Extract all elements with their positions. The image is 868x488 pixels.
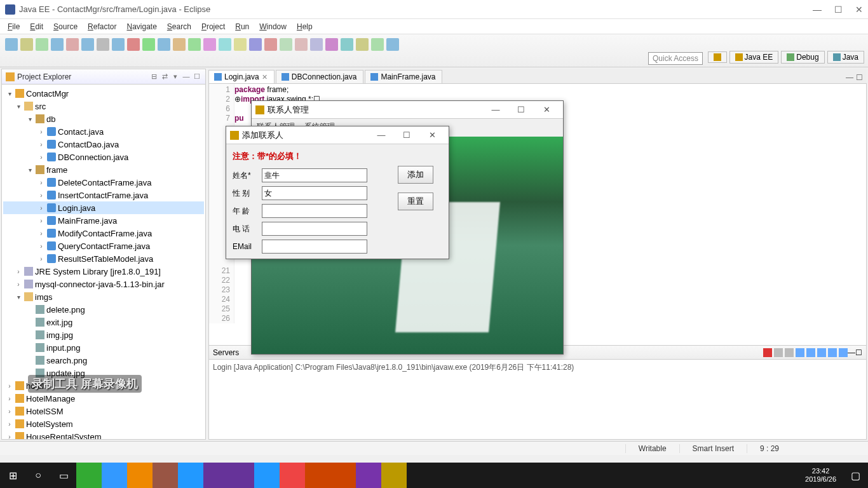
toolbar-button-4[interactable]	[66, 38, 79, 51]
tree-item[interactable]: ›ContactDao.java	[3, 138, 204, 151]
tree-item[interactable]: ›Login.java	[3, 201, 204, 214]
toolbar-button-10[interactable]	[158, 38, 170, 51]
start-button[interactable]: ⊞	[0, 463, 25, 488]
taskbar-app-5[interactable]	[203, 463, 229, 488]
maximize-console-icon[interactable]: ☐	[855, 348, 862, 357]
system-clock[interactable]: 23:42 2019/6/26	[799, 463, 843, 488]
tree-item[interactable]: ›ModifyContactFrame.java	[3, 227, 204, 240]
menu-project[interactable]: Project	[196, 21, 230, 32]
toolbar-button-22[interactable]	[341, 38, 353, 51]
open-console-icon[interactable]	[839, 348, 848, 357]
editor-tab[interactable]: MainFrame.java	[365, 70, 442, 83]
toolbar-button-21[interactable]	[325, 38, 338, 51]
tree-item[interactable]: ›DeleteContactFrame.java	[3, 176, 204, 189]
menu-run[interactable]: Run	[230, 21, 254, 32]
tree-item[interactable]: input.png	[3, 341, 204, 354]
toolbar-button-15[interactable]	[234, 38, 247, 51]
project-tree[interactable]: ▾ContactMgr▾src▾db›Contact.java›ContactD…	[2, 85, 205, 439]
console-tab[interactable]: Servers	[213, 348, 239, 357]
toolbar-button-16[interactable]	[249, 38, 262, 51]
quick-access-input[interactable]: Quick Access	[648, 52, 703, 65]
dlg1-maximize[interactable]: ☐	[508, 105, 534, 114]
tree-item[interactable]: ›HotelSystem	[3, 417, 204, 430]
menu-search[interactable]: Search	[162, 21, 196, 32]
menu-edit[interactable]: Edit	[25, 21, 48, 32]
tree-item[interactable]: ▾db	[3, 112, 204, 125]
toolbar-button-11[interactable]	[173, 38, 186, 51]
toolbar-button-7[interactable]	[112, 38, 125, 51]
toolbar-button-19[interactable]	[295, 38, 308, 51]
tree-item[interactable]: ›ResultSetTableModel.java	[3, 252, 204, 265]
reset-button[interactable]: 重置	[398, 193, 433, 210]
remove-all-icon[interactable]	[785, 348, 794, 357]
tree-item[interactable]: ›HotelManage	[3, 392, 204, 405]
taskbar-app-12[interactable]	[381, 463, 407, 488]
add-button[interactable]: 添加	[398, 166, 433, 184]
task-view-icon[interactable]: ▭	[51, 463, 76, 488]
minimize-editor-icon[interactable]: —	[846, 73, 853, 82]
toolbar-button-12[interactable]	[188, 38, 201, 51]
tree-item[interactable]: ▾frame	[3, 163, 204, 176]
tree-item[interactable]: img.jpg	[3, 329, 204, 341]
taskbar-app-6[interactable]	[229, 463, 254, 488]
editor-tab[interactable]: Login.java✕	[208, 70, 275, 83]
field-input-3[interactable]	[262, 222, 367, 236]
tree-item[interactable]: ▾src	[3, 100, 204, 112]
toolbar-button-13[interactable]	[203, 38, 216, 51]
remove-launch-icon[interactable]	[774, 348, 783, 357]
taskbar-app-7[interactable]	[254, 463, 280, 488]
javaee-perspective[interactable]: Java EE	[729, 51, 779, 64]
terminate-icon[interactable]	[763, 348, 772, 357]
tree-item[interactable]: ›HouseRentalSystem	[3, 430, 204, 439]
field-input-0[interactable]	[262, 168, 367, 182]
pin-console-icon[interactable]	[817, 348, 826, 357]
close-tab-icon[interactable]: ✕	[262, 73, 268, 81]
tree-item[interactable]: delete.png	[3, 303, 204, 316]
dlg2-titlebar[interactable]: 添加联系人 — ☐ ✕	[226, 126, 449, 144]
view-menu-icon[interactable]: ▾	[171, 72, 180, 81]
taskbar-app-2[interactable]	[127, 463, 153, 488]
taskbar-app-10[interactable]	[330, 463, 356, 488]
maximize-view-icon[interactable]: ☐	[193, 72, 201, 81]
clear-console-icon[interactable]	[796, 348, 804, 357]
minimize-console-icon[interactable]: —	[848, 348, 855, 357]
tree-item[interactable]: exit.jpg	[3, 316, 204, 329]
java-perspective[interactable]: Java	[827, 51, 864, 64]
tree-item[interactable]: ▾ContactMgr	[3, 87, 204, 100]
toolbar-button-17[interactable]	[264, 38, 277, 51]
editor-tab[interactable]: DBConnection.java	[276, 70, 364, 83]
open-perspective-button[interactable]	[708, 51, 727, 63]
taskbar-app-11[interactable]	[356, 463, 381, 488]
debug-perspective[interactable]: Debug	[781, 51, 824, 64]
link-editor-icon[interactable]: ⇄	[160, 72, 169, 81]
tree-item[interactable]: ›Contact.java	[3, 125, 204, 138]
menu-file[interactable]: File	[3, 21, 25, 32]
toolbar-button-20[interactable]	[310, 38, 323, 51]
display-selected-icon[interactable]	[828, 348, 837, 357]
console-body[interactable]: Login [Java Application] C:\Program File…	[209, 360, 866, 439]
tree-item[interactable]: ›MainFrame.java	[3, 214, 204, 227]
taskbar-app-9[interactable]	[305, 463, 330, 488]
dlg2-maximize[interactable]: ☐	[394, 130, 419, 140]
collapse-all-icon[interactable]: ⊟	[149, 72, 158, 81]
field-input-2[interactable]	[262, 204, 367, 218]
tree-item[interactable]: ›JRE System Library [jre1.8.0_191]	[3, 265, 204, 278]
toolbar-button-3[interactable]	[51, 38, 64, 51]
notification-icon[interactable]: ▢	[843, 463, 868, 488]
field-input-4[interactable]	[262, 240, 367, 254]
scroll-lock-icon[interactable]	[806, 348, 815, 357]
toolbar-button-2[interactable]	[36, 38, 48, 51]
dlg2-close[interactable]: ✕	[419, 130, 445, 140]
toolbar-button-6[interactable]	[97, 38, 109, 51]
dlg1-titlebar[interactable]: 联系人管理 — ☐ ✕	[252, 101, 563, 119]
tree-item[interactable]: ›hotel	[3, 379, 204, 392]
dlg2-minimize[interactable]: —	[369, 130, 394, 140]
tree-item[interactable]: ›InsertContactFrame.java	[3, 189, 204, 201]
toolbar-button-0[interactable]	[5, 38, 18, 51]
menu-refactor[interactable]: Refactor	[83, 21, 121, 32]
maximize-button[interactable]: ☐	[834, 4, 843, 15]
maximize-editor-icon[interactable]: ☐	[856, 73, 863, 82]
tree-item[interactable]: update.jpg	[3, 367, 204, 379]
cortana-icon[interactable]: ○	[25, 463, 51, 488]
field-input-1[interactable]	[262, 186, 367, 200]
